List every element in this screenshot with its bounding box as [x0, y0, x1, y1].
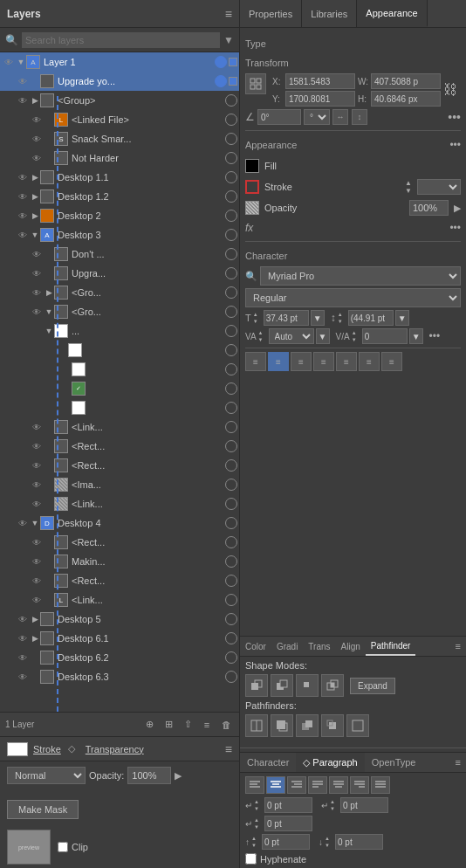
transform-more-options[interactable]: ••• [448, 110, 461, 124]
layer-item[interactable]: 👁 ▶ Desktop 6.1 [0, 629, 239, 648]
layer-target[interactable] [225, 594, 237, 606]
layer-item[interactable]: 👁 Not Harder [0, 148, 239, 168]
layer-item[interactable]: 👁 ▶ <Group> [0, 91, 239, 110]
clip-checkbox[interactable] [58, 842, 68, 852]
minus-front-btn[interactable] [271, 674, 293, 697]
visibility-toggle[interactable]: 👁 [30, 574, 44, 588]
layer-item[interactable]: 👁 Makin... [0, 552, 239, 571]
layer-item[interactable]: 👁 ▶ Desktop 1.1 [0, 168, 239, 187]
space-after-input[interactable] [335, 834, 383, 850]
layer-item[interactable]: 👁 ▼ A Desktop 3 [0, 225, 239, 245]
layer-item[interactable]: 👁 <Rect... [0, 456, 239, 475]
sub-tab-gradi[interactable]: Gradi [271, 637, 303, 656]
expand-arrow[interactable]: ▶ [44, 286, 54, 300]
move-to-layer-icon[interactable]: ⇧ [180, 717, 195, 733]
align-center-btn[interactable]: ≡ [268, 352, 289, 371]
font-size-spinner[interactable]: ▲▼ [253, 311, 262, 325]
delete-layer-icon[interactable]: 🗑 [218, 717, 234, 733]
layer-target[interactable] [225, 459, 237, 472]
expand-arrow[interactable]: ▶ [30, 631, 40, 645]
layer-item[interactable]: 👁 Don't ... [0, 245, 239, 264]
transparency-tab[interactable]: Transparency [86, 744, 144, 754]
tab-appearance[interactable]: Appearance [357, 0, 427, 27]
visibility-toggle[interactable]: 👁 [30, 497, 44, 511]
exclude-btn[interactable] [321, 674, 344, 697]
tracking-input[interactable] [362, 328, 408, 344]
para-justify-all[interactable] [371, 776, 390, 794]
fill-swatch[interactable] [245, 159, 259, 173]
new-sublayer-icon[interactable]: ⊞ [161, 717, 176, 733]
layer-item[interactable]: 👁 L <Linked File> [0, 110, 239, 129]
layer-item[interactable]: 👁 S Snack Smar... [0, 129, 239, 148]
tab-libraries[interactable]: Libraries [302, 0, 357, 27]
visibility-toggle[interactable]: 👁 [30, 305, 44, 319]
visibility-toggle[interactable]: 👁 [2, 55, 16, 69]
kerning-select[interactable]: Auto [269, 328, 314, 344]
layer-options-icon[interactable]: ≡ [199, 717, 215, 733]
visibility-toggle[interactable]: 👁 [30, 113, 44, 127]
visibility-toggle[interactable]: 👁 [16, 228, 30, 242]
expand-arrow[interactable]: ▶ [30, 612, 40, 626]
layers-search-input[interactable] [22, 32, 220, 48]
layer-target[interactable] [225, 152, 237, 164]
transform-h-input[interactable] [371, 91, 441, 107]
stroke-swatch-icon[interactable] [245, 180, 259, 194]
stroke-panel-menu[interactable]: ≡ [225, 742, 232, 756]
opacity-expand-arrow[interactable]: ▶ [454, 203, 461, 214]
layer-target[interactable] [225, 286, 237, 299]
layers-filter-icon[interactable]: ▼ [223, 34, 234, 46]
expand-arrow[interactable]: ▶ [30, 93, 40, 107]
char-more-options[interactable]: ••• [429, 330, 441, 342]
para-justify-left[interactable] [308, 776, 327, 794]
char-para-menu-btn[interactable]: ≡ [450, 757, 466, 768]
outline-btn[interactable] [346, 714, 369, 737]
layer-item[interactable]: 👁 ▶ Desktop 5 [0, 610, 239, 629]
layer-target[interactable] [225, 325, 237, 337]
visibility-toggle[interactable]: 👁 [16, 209, 30, 223]
transform-reference-icon[interactable] [245, 73, 266, 94]
layer-target[interactable] [225, 382, 237, 395]
tracking-dropdown[interactable]: ▼ [409, 328, 423, 344]
sub-tab-pathfinder[interactable]: Pathfinder [366, 637, 416, 656]
opacity-input[interactable] [127, 767, 171, 784]
layer-target[interactable] [215, 56, 227, 68]
make-mask-button[interactable]: Make Mask [7, 800, 79, 819]
layer-target[interactable] [225, 651, 237, 664]
layer-item[interactable]: 👁 <Ima... [0, 475, 239, 494]
visibility-toggle[interactable]: 👁 [30, 555, 44, 568]
layer-target[interactable] [225, 613, 237, 625]
first-indent-spinner[interactable]: ▲ ▼ [254, 816, 263, 830]
font-size-input[interactable] [264, 310, 309, 326]
angle-dropdown[interactable]: ° [304, 109, 330, 125]
visibility-toggle[interactable]: 👁 [30, 478, 44, 492]
tab-character[interactable]: Character [240, 753, 296, 772]
transform-y-input[interactable] [285, 91, 355, 107]
font-style-select[interactable]: Regular [245, 288, 461, 307]
layer-item[interactable] [0, 398, 239, 417]
layer-target[interactable] [225, 555, 237, 568]
layer-target[interactable] [225, 171, 237, 183]
kerning-dropdown[interactable]: ▼ [316, 328, 330, 344]
para-justify-center[interactable] [329, 776, 348, 794]
indent-left-spinner[interactable]: ▲ ▼ [254, 798, 263, 812]
transform-w-input[interactable] [371, 73, 441, 89]
merge-btn[interactable] [296, 714, 319, 737]
leading-input[interactable] [348, 310, 394, 326]
trim-btn[interactable] [271, 714, 293, 737]
blending-mode-select[interactable]: Normal [7, 767, 86, 784]
divide-btn[interactable] [245, 714, 268, 737]
layer-item[interactable] [0, 341, 239, 360]
layer-item[interactable]: 👁 ▼ D Desktop 4 [0, 513, 239, 533]
visibility-toggle[interactable]: 👁 [30, 420, 44, 434]
para-align-center[interactable] [266, 776, 285, 794]
layer-target[interactable] [215, 75, 227, 87]
visibility-toggle[interactable]: 👁 [30, 458, 44, 472]
visibility-toggle[interactable]: 👁 [30, 593, 44, 607]
appearance-more-options[interactable]: ••• [449, 139, 461, 151]
justify-right-btn[interactable]: ≡ [359, 352, 380, 371]
layer-target[interactable] [225, 248, 237, 260]
visibility-toggle[interactable]: 👁 [30, 151, 44, 165]
intersect-btn[interactable] [296, 674, 319, 697]
sub-tab-trans[interactable]: Trans [303, 637, 335, 656]
visibility-toggle[interactable]: 👁 [30, 266, 44, 280]
